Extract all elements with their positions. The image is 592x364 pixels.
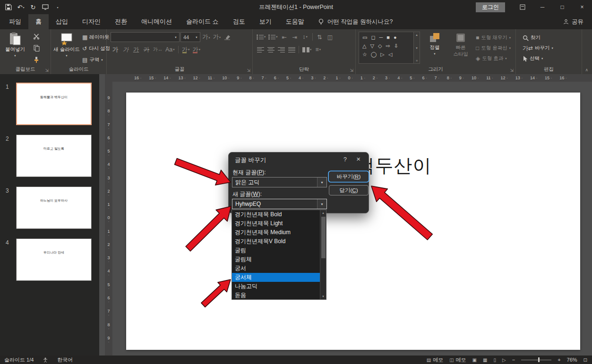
reset-button[interactable]: ↺다시 설정 [82, 44, 110, 53]
reading-view-button[interactable]: ▯ [493, 357, 496, 363]
scroll-down-icon[interactable]: ▾ [322, 295, 324, 298]
decrease-indent-button[interactable]: ⇤ [280, 32, 289, 42]
font-list-item[interactable]: 경기천년제목 Light [232, 219, 320, 228]
highlight-color-button[interactable]: 가▾ [181, 45, 191, 54]
ribbon-tab[interactable]: 도움말 [279, 14, 311, 29]
zoom-in-button[interactable]: + [558, 357, 560, 363]
ribbon-tab[interactable]: 슬라이드 쇼 [179, 14, 226, 29]
find-button[interactable]: 찾기 [523, 33, 541, 42]
ribbon-tab[interactable]: 보기 [252, 14, 279, 29]
strikethrough-button[interactable]: 가 [142, 45, 151, 54]
align-left-button[interactable] [256, 45, 265, 54]
ribbon-tab[interactable]: 전환 [108, 14, 134, 29]
font-dialog-launcher[interactable]: ⇲ [247, 68, 250, 73]
font-list-item[interactable]: 돋움 [232, 291, 320, 299]
normal-view-button[interactable]: ▣ [472, 357, 477, 363]
clipboard-dialog-launcher[interactable]: ⇲ [45, 68, 49, 73]
font-list-item[interactable]: 경기천년제목 Medium [232, 228, 320, 237]
replace-button-ribbon[interactable]: 가⇄바꾸기▾ [523, 43, 553, 53]
section-button[interactable]: ▤구역▾ [82, 55, 103, 65]
current-font-combo[interactable]: 맑은 고딕 ▾ [232, 177, 327, 187]
font-list-item[interactable]: 굴림 [232, 246, 320, 255]
slide-thumbnail[interactable]: 4 우리나라 만세 [0, 238, 99, 290]
columns-button[interactable]: ▾ [301, 45, 312, 54]
font-list-item[interactable]: 경기천년제목 Bold [232, 210, 320, 219]
notes-button[interactable]: ▤메모 [427, 356, 443, 364]
arrange-button[interactable]: 정렬 ▾ [422, 30, 447, 57]
ribbon-tab[interactable]: 디자인 [75, 14, 108, 29]
scroll-down-icon[interactable]: ▾ [416, 46, 418, 50]
numbering-button[interactable]: ▾ [267, 32, 278, 42]
shape-effects-button[interactable]: ◈도형 효과▾ [476, 54, 506, 63]
scroll-up-icon[interactable]: ▴ [416, 33, 418, 37]
font-list-item[interactable]: 궁서체 [232, 273, 320, 282]
format-painter-button[interactable] [31, 55, 42, 65]
start-slideshow-button[interactable] [40, 1, 51, 13]
font-list-item[interactable]: 나눔고딕 [232, 282, 320, 291]
tell-me-box[interactable]: 어떤 작업을 원하시나요? [318, 14, 393, 29]
login-button[interactable]: 로그인 [476, 2, 505, 12]
scroll-up-icon[interactable]: ▴ [322, 211, 324, 215]
paragraph-dialog-launcher[interactable]: ⇲ [350, 68, 353, 73]
increase-font-size-button[interactable]: 가▴ [201, 33, 211, 42]
decrease-font-size-button[interactable]: 가▾ [212, 33, 222, 42]
slide-canvas[interactable]: 동해물과 백두산이 [126, 93, 580, 350]
ribbon-tab[interactable]: 홈 [28, 14, 49, 29]
quick-styles-button[interactable]: 빠른 스타일 [448, 30, 473, 57]
shapes-gallery[interactable]: ▭◻─■● △▽◇⇨⇩ ☆◯▷◁ ▴▾≡ [359, 32, 420, 64]
slide-thumbnail-image[interactable]: 동해물과 백두산이 [16, 83, 92, 125]
chevron-down-icon[interactable]: ▾ [317, 199, 326, 209]
accessibility-button[interactable] [43, 357, 48, 363]
font-list-item[interactable]: 경기천년제목V Bold [232, 237, 320, 246]
ribbon-tab[interactable]: 검토 [226, 14, 252, 29]
slide-thumbnail-image[interactable]: 마르고 닳도록 [16, 135, 92, 177]
justify-button[interactable] [287, 45, 296, 54]
drawing-dialog-launcher[interactable]: ⇲ [510, 68, 514, 73]
font-size-combo[interactable]: 44▾ [180, 32, 200, 42]
underline-button[interactable]: 가 [131, 45, 141, 54]
font-color-button[interactable]: 가▾ [191, 45, 201, 54]
copy-button[interactable] [31, 43, 42, 53]
collapse-ribbon-button[interactable]: ∧ [585, 68, 588, 72]
align-center-button[interactable] [266, 45, 275, 54]
font-list-item[interactable]: 궁서 [232, 264, 320, 273]
horizontal-ruler[interactable]: 1615141312111098765432101234567891011121… [105, 74, 592, 82]
font-list-item[interactable]: 굴림체 [232, 255, 320, 264]
align-right-button[interactable] [276, 45, 286, 54]
language-button[interactable]: 한국어 [57, 356, 73, 364]
zoom-percentage[interactable]: 76% [567, 357, 577, 363]
shape-fill-button[interactable]: ■도형 채우기▾ [476, 33, 511, 42]
slide-thumbnail-image[interactable]: 우리나라 만세 [16, 238, 92, 281]
slide-thumbnail-image[interactable]: 하느님이 보우하사 [16, 186, 92, 229]
scrollbar-thumb[interactable] [321, 217, 326, 258]
editor-canvas[interactable]: 동해물과 백두산이 [99, 74, 592, 356]
slide-thumbnail[interactable]: 3 하느님이 보우하사 [0, 186, 99, 238]
gallery-more-icon[interactable]: ≡ [416, 59, 418, 62]
convert-smartart-button[interactable]: ◫ [326, 32, 335, 42]
slideshow-view-button[interactable]: ▷ [502, 357, 506, 363]
select-button[interactable]: 선택▾ [523, 54, 543, 63]
replace-button[interactable]: 바꾸기(R) [329, 171, 369, 182]
zoom-slider[interactable] [521, 357, 551, 362]
customize-qat-button[interactable]: ▾ [52, 1, 63, 13]
close-dialog-button[interactable]: 닫기(C) [329, 185, 369, 195]
fit-slide-button[interactable]: ⊡ [583, 357, 587, 363]
redo-button[interactable]: ↻ [27, 1, 39, 13]
zoom-out-button[interactable]: − [512, 357, 515, 363]
align-text-button[interactable]: ≡▾ [313, 45, 323, 54]
ribbon-display-options-button[interactable] [513, 0, 532, 14]
vertical-ruler[interactable]: 9876543210123456789 [105, 82, 112, 356]
paste-button[interactable]: 붙여넣기 ▾ [2, 30, 28, 59]
zoom-thumb[interactable] [538, 357, 540, 362]
new-slide-button[interactable]: 새 슬라이드 ▾ [52, 30, 81, 59]
character-spacing-button[interactable]: 가↔ [152, 45, 163, 54]
ribbon-tab[interactable]: 삽입 [49, 14, 75, 29]
chevron-down-icon[interactable]: ▾ [317, 178, 326, 187]
slide-thumbnail[interactable]: 1 동해물과 백두산이 [0, 83, 99, 135]
change-case-button[interactable]: Aa▾ [164, 45, 176, 54]
maximize-button[interactable]: □ [552, 0, 572, 14]
text-direction-button[interactable]: ⇅ [315, 32, 325, 42]
undo-button[interactable]: ↶▾ [15, 1, 26, 13]
font-name-combo[interactable]: ▾ [111, 32, 180, 42]
slide-thumbnail[interactable]: 2 마르고 닳도록 [0, 135, 99, 186]
